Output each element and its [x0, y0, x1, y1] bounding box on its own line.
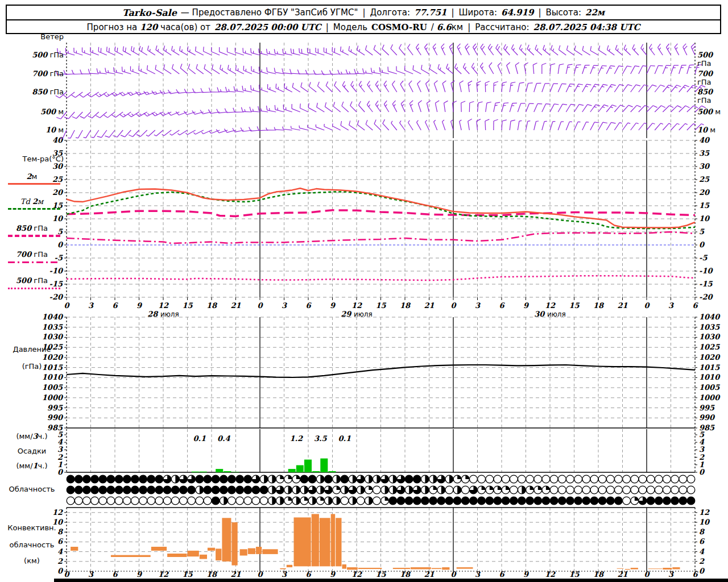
precip-bar: [224, 471, 231, 472]
cloudiness-panel-title: Облачность: [0, 485, 64, 493]
svg-text:6: 6: [305, 570, 312, 579]
cloud-circle: [574, 486, 582, 494]
cloud-fill: [252, 486, 260, 494]
cloud-circle: [663, 475, 671, 483]
svg-text:6: 6: [305, 301, 312, 310]
cloud-circle: [470, 475, 478, 483]
wind-barb-row-850гПа: [56, 81, 705, 98]
convective-bar: [648, 568, 663, 569]
cloud-circle: [623, 497, 631, 505]
svg-text:990: 990: [47, 413, 64, 422]
wind-level-label-500hpa: 500 гПа: [0, 51, 64, 59]
wind-barb-row-500м: [56, 101, 706, 119]
cloud-circle: [623, 475, 631, 483]
cloud-fill: [99, 486, 107, 494]
cloud-fill: [115, 475, 123, 483]
legend-label-500hpa: 500 гПа: [0, 276, 64, 285]
svg-text:1000: 1000: [42, 393, 64, 402]
convective-bar: [256, 547, 262, 554]
convective-bar: [358, 568, 382, 569]
cloud-fill: [453, 497, 461, 505]
cloud-fill: [345, 486, 349, 494]
svg-text:5: 5: [699, 227, 705, 236]
cloud-circle: [75, 497, 82, 505]
cloud-fill: [405, 475, 413, 483]
svg-text:0: 0: [699, 240, 705, 249]
cloud-fill: [445, 497, 453, 505]
cloud-circle: [147, 497, 155, 505]
svg-text:21: 21: [617, 570, 627, 579]
svg-text:-20: -20: [699, 293, 713, 301]
cloud-fill: [341, 475, 349, 483]
temperature-panel-title: Тем-ра(°C): [0, 155, 64, 163]
cloud-fill: [421, 497, 429, 505]
svg-text:21: 21: [230, 301, 241, 310]
altitude-label: Высота:: [545, 7, 581, 18]
cloud-fill: [590, 497, 598, 505]
cloud-fill: [498, 486, 502, 490]
cloud-circle: [139, 497, 147, 505]
svg-text:12: 12: [158, 570, 169, 579]
convective-bar: [111, 555, 151, 557]
cloud-circle: [687, 475, 695, 483]
convective-bar: [71, 547, 78, 551]
cloud-fill: [337, 475, 341, 483]
cloud-fill: [337, 486, 341, 490]
separator: |: [537, 7, 541, 18]
cloudiness-panel: [67, 475, 695, 505]
svg-text:1030: 1030: [699, 332, 721, 341]
convective-bar: [167, 554, 187, 557]
cloud-fill: [296, 475, 300, 479]
wind-barb-row-500гПа: [57, 44, 696, 55]
svg-text:1.2: 1.2: [289, 434, 303, 443]
cloud-circle: [445, 486, 453, 494]
cloud-fill: [606, 497, 614, 505]
convective-bar: [200, 555, 207, 559]
precip-bar: [216, 469, 223, 472]
cloud-fill: [506, 486, 510, 490]
cloud-fill: [635, 497, 639, 501]
cloud-fill: [280, 475, 284, 479]
cloud-fill: [220, 475, 228, 483]
svg-text:1000: 1000: [699, 393, 721, 402]
calc-label: Рассчитано:: [475, 22, 529, 32]
cloud-fill: [615, 497, 623, 505]
cloud-fill: [188, 486, 196, 494]
svg-text:0: 0: [644, 301, 650, 310]
legend-label-td2m: Td 2м: [0, 197, 64, 206]
svg-text:3: 3: [475, 301, 481, 310]
svg-text:15: 15: [375, 570, 386, 579]
cloud-fill: [304, 486, 308, 494]
convective-bar: [262, 549, 278, 554]
model-resolution: / 6.6км: [431, 22, 463, 32]
cloud-fill: [598, 497, 606, 505]
cloud-fill: [465, 475, 469, 479]
precip-bar: [329, 471, 336, 472]
cloud-fill: [457, 486, 461, 494]
cloud-fill: [308, 475, 316, 483]
convective-panel: 121210108866442200: [52, 508, 710, 575]
legend-label-700hpa: 700 гПа: [0, 250, 64, 259]
svg-text:0: 0: [257, 570, 263, 579]
svg-text:12: 12: [545, 301, 556, 310]
cloud-circle: [606, 486, 614, 494]
svg-text:15: 15: [182, 301, 193, 310]
cloud-fill: [236, 475, 244, 483]
cloud-fill: [530, 486, 534, 490]
cloud-fill: [212, 486, 220, 494]
precip-unit-3h: (мм/3ч.): [0, 432, 64, 440]
cloud-circle: [566, 475, 574, 483]
cloud-fill: [325, 475, 333, 483]
cloud-fill: [566, 497, 574, 505]
cloud-fill: [296, 497, 300, 505]
convective-bar: [216, 548, 221, 560]
cloud-fill: [75, 475, 82, 483]
cloud-fill: [397, 497, 405, 505]
cloud-fill: [264, 475, 268, 483]
cloud-fill: [655, 497, 663, 505]
cloud-fill: [123, 486, 131, 494]
model-label: Модель: [333, 22, 367, 32]
precip-unit-1h: (мм/1ч.): [0, 462, 64, 470]
svg-text:-20: -20: [49, 293, 64, 301]
precip-bar: [312, 471, 320, 472]
